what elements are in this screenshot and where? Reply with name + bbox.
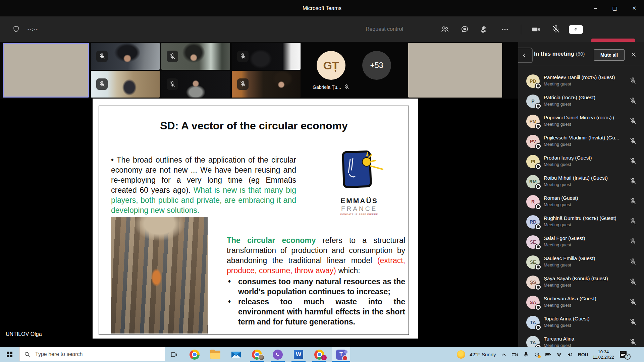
participant-row[interactable]: PM Popovici Daniel Mircea (гость) (... M… (518, 111, 644, 131)
more-actions-button[interactable] (497, 21, 513, 37)
slide-text-segment: The circular economy (227, 236, 316, 245)
participant-row[interactable]: ŞS Şaya Sayah (Konuk) (Guest) Meeting gu… (518, 272, 644, 292)
close-button[interactable]: ✕ (625, 0, 644, 16)
participant-muted-icon[interactable] (629, 238, 637, 245)
taskbar-teams-active[interactable]: T (332, 347, 350, 362)
participant-name: Sauleac Emilia (Guest) (544, 255, 628, 261)
participant-muted-icon[interactable] (629, 198, 637, 205)
viber-icon (273, 350, 283, 360)
video-tile-active-speaker[interactable] (3, 43, 89, 98)
clock[interactable]: 10:34 11.02.2022 (593, 349, 614, 360)
video-tile[interactable] (232, 71, 301, 98)
show-hidden-icons-button[interactable] (500, 351, 507, 358)
participant-role: Meeting guest (544, 283, 571, 288)
language-indicator[interactable]: ROU (578, 352, 588, 357)
mic-toggle-button[interactable] (548, 21, 564, 37)
participant-muted-icon[interactable] (629, 178, 637, 185)
battery-icon[interactable] (545, 351, 551, 358)
people-icon (440, 25, 449, 34)
tray-sync-icon[interactable] (534, 351, 540, 358)
participant-row[interactable]: TA Turcanu Alina Meeting guest (518, 333, 644, 347)
participant-name: Patricia (гость) (Guest) (544, 95, 628, 100)
participant-row[interactable]: PD Panteleev Daniil (гость) (Guest) Meet… (518, 71, 644, 91)
share-arrow-icon (573, 26, 579, 33)
participant-muted-icon[interactable] (629, 117, 637, 125)
participant-row[interactable]: TA Topalo Anna (Guest) Meeting guest (518, 312, 644, 333)
participant-row[interactable]: PI Prodan Ianuș (Guest) Meeting guest (518, 152, 644, 172)
video-tile[interactable] (232, 43, 301, 70)
participant-muted-icon[interactable] (629, 218, 637, 225)
search-input[interactable] (35, 351, 147, 358)
participant-row[interactable]: RD Rughină Dumitru (гость) (Guest) Meeti… (518, 212, 644, 232)
reactions-button[interactable] (476, 21, 492, 37)
participant-muted-icon[interactable] (629, 298, 637, 306)
participant-muted-icon[interactable] (629, 278, 637, 286)
participant-muted-icon[interactable] (629, 97, 637, 105)
close-icon (630, 51, 637, 58)
taskbar-chrome[interactable] (186, 347, 203, 362)
taskbar-viber[interactable] (270, 347, 286, 362)
share-tray-button[interactable] (569, 25, 583, 34)
participant-muted-icon[interactable] (629, 77, 637, 84)
task-view-button[interactable] (166, 347, 182, 362)
taskbar-word[interactable]: W (290, 347, 307, 362)
presence-indicator (536, 184, 541, 189)
camera-toggle-button[interactable] (528, 21, 544, 37)
tray-mic-icon[interactable] (523, 351, 529, 358)
participant-row[interactable]: RM Roibu Mihail (Invitat) (Guest) Meetin… (518, 172, 644, 192)
participant-row[interactable]: P Patricia (гость) (Guest) Meeting guest (518, 91, 644, 111)
collapse-panel-button[interactable] (518, 48, 533, 63)
overflow-participants-badge[interactable]: +53 (362, 51, 391, 80)
participant-muted-icon[interactable] (629, 339, 637, 346)
participant-row[interactable]: SE Sauleac Emilia (Guest) Meeting guest (518, 252, 644, 272)
participant-row[interactable]: PV Prijilevschi Vladimir (Invitat) (Gu..… (518, 131, 644, 152)
video-tile[interactable] (161, 43, 230, 70)
avatar: RD (526, 215, 540, 229)
taskbar-chrome-profile[interactable] (249, 347, 265, 362)
participant-name-label: Gabriela Țu... (313, 84, 341, 90)
participant-role: Meeting guest (544, 102, 571, 107)
presenter-name-label: UNTILOV Olga (6, 331, 42, 337)
participant-role: Meeting guest (544, 142, 571, 147)
video-tile[interactable] (161, 71, 230, 98)
mute-all-button[interactable]: Mute all (594, 49, 625, 61)
weather-sun-icon[interactable] (457, 350, 465, 359)
avatar[interactable]: GȚ (317, 51, 345, 80)
participant-row[interactable]: SE Salai Egor (Guest) Meeting guest (518, 232, 644, 252)
close-panel-button[interactable] (629, 50, 638, 59)
participant-muted-icon[interactable] (629, 258, 637, 265)
participant-muted-icon[interactable] (629, 318, 637, 326)
show-participants-button[interactable] (437, 21, 453, 37)
video-tile[interactable] (408, 43, 502, 98)
start-button[interactable] (0, 347, 19, 362)
meeting-toolbar: --:-- Request control Leave (0, 16, 644, 42)
weather-label[interactable]: 42°F Sunny (470, 352, 496, 357)
show-chat-button[interactable] (457, 21, 473, 37)
video-tile[interactable] (91, 43, 160, 70)
presence-indicator (536, 83, 541, 88)
slide-bullet-list: consumes too many natural resources as t… (227, 277, 405, 327)
participant-row[interactable]: SA Suchevan Alisa (Guest) Meeting guest (518, 292, 644, 312)
mic-muted-badge (96, 78, 108, 90)
taskbar-mail[interactable] (228, 347, 244, 362)
minimize-button[interactable]: – (586, 0, 605, 16)
maximize-button[interactable]: ▢ (605, 0, 625, 16)
avatar: R (526, 195, 540, 208)
raise-hand-icon (480, 25, 489, 34)
taskbar-search[interactable] (19, 347, 165, 361)
tray-camera-icon[interactable] (512, 351, 518, 358)
request-control-button[interactable]: Request control (366, 16, 403, 42)
action-center-button[interactable]: 2 (620, 351, 629, 358)
toolbar-divider (430, 24, 430, 35)
participant-muted-icon[interactable] (629, 158, 637, 165)
participant-muted-icon[interactable] (629, 137, 637, 145)
windows-taskbar: W I T 42°F Sunny ROU 10:34 11 (0, 347, 644, 362)
video-tile[interactable] (91, 71, 160, 98)
participant-role: Meeting guest (544, 303, 571, 308)
wifi-icon[interactable] (556, 351, 562, 358)
participant-row[interactable]: R Roman (Guest) Meeting guest (518, 192, 644, 212)
presence-indicator (536, 325, 541, 330)
speaker-icon[interactable] (567, 351, 574, 358)
taskbar-chrome-profile-2[interactable]: I (311, 347, 327, 362)
taskbar-file-explorer[interactable] (207, 347, 223, 362)
